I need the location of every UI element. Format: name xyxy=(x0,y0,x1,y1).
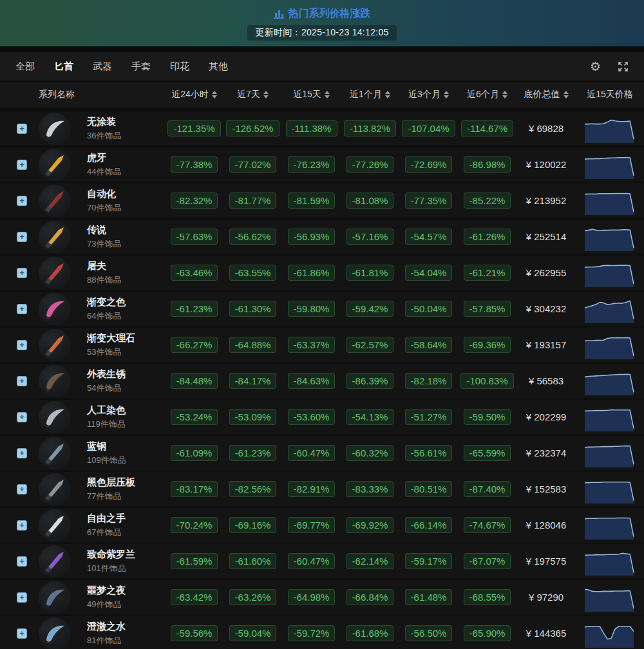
change-cell-3m: -72.69% xyxy=(399,156,458,173)
column-header-floor-total[interactable]: 底价总值 xyxy=(516,89,576,100)
change-cell-7d: -63.26% xyxy=(223,589,282,605)
expand-row-button[interactable]: + xyxy=(17,340,27,350)
expand-row-button[interactable]: + xyxy=(17,592,27,603)
column-header-3m[interactable]: 近3个月 xyxy=(399,89,458,100)
expand-row-button[interactable]: + xyxy=(17,160,27,170)
change-cell-6m: -65.59% xyxy=(458,445,516,461)
gear-icon[interactable]: ⚙ xyxy=(590,61,601,73)
thumbnail-cell xyxy=(39,581,81,614)
sort-arrows-icon[interactable] xyxy=(444,91,449,99)
change-cell-24h: -70.24% xyxy=(165,517,223,533)
price-sparkline xyxy=(583,547,635,576)
tab-gloves[interactable]: 手套 xyxy=(131,61,151,73)
expand-row-button[interactable]: + xyxy=(17,448,27,458)
tab-knives[interactable]: 匕首 xyxy=(54,61,73,73)
expand-cell: + xyxy=(17,592,39,603)
tab-others[interactable]: 其他 xyxy=(209,61,228,73)
change-pill: -77.38% xyxy=(171,156,218,173)
knife-image xyxy=(41,511,69,540)
fullscreen-icon[interactable] xyxy=(618,61,629,72)
change-cell-3m: -54.04% xyxy=(399,265,458,281)
table-row: +致命紫罗兰101件饰品-61.59%-61.60%-60.47%-62.14%… xyxy=(0,544,644,578)
expand-row-button[interactable]: + xyxy=(17,376,27,386)
column-header-6m[interactable]: 近6个月 xyxy=(458,89,516,100)
thumbnail-cell xyxy=(39,221,81,253)
sort-arrows-icon[interactable] xyxy=(212,91,217,99)
expand-row-button[interactable]: + xyxy=(17,124,27,134)
change-pill: -86.98% xyxy=(464,156,511,173)
series-thumbnail xyxy=(39,185,71,217)
series-name: 无涂装 xyxy=(87,116,165,128)
series-item-count: 119件饰品 xyxy=(87,419,165,430)
change-cell-6m: -68.55% xyxy=(458,589,516,605)
plus-icon: + xyxy=(19,557,24,565)
expand-row-button[interactable]: + xyxy=(17,484,27,494)
change-cell-7d: -56.62% xyxy=(223,229,282,245)
tab-stickers[interactable]: 印花 xyxy=(170,61,189,73)
change-cell-3m: -66.14% xyxy=(399,517,458,533)
change-pill: -63.46% xyxy=(171,265,218,281)
column-header-24h[interactable]: 近24小时 xyxy=(165,89,223,100)
plus-icon: + xyxy=(19,449,24,457)
knife-image xyxy=(41,439,69,467)
change-pill: -86.39% xyxy=(346,373,394,389)
change-pill: -70.24% xyxy=(171,517,218,533)
price-sparkline xyxy=(583,330,635,360)
series-info: 黑色层压板77件饰品 xyxy=(81,476,165,502)
expand-row-button[interactable]: + xyxy=(17,268,27,278)
column-header-15d[interactable]: 近15天 xyxy=(282,89,341,100)
floor-price-total: ¥ 262955 xyxy=(516,267,576,278)
tab-all[interactable]: 全部 xyxy=(15,61,35,73)
change-pill: -63.37% xyxy=(288,337,336,353)
sort-arrows-icon[interactable] xyxy=(502,91,507,99)
change-pill: -62.57% xyxy=(346,337,394,353)
column-header-1m[interactable]: 近1个月 xyxy=(341,89,399,100)
change-cell-15d: -59.72% xyxy=(282,625,341,641)
sort-arrows-icon[interactable] xyxy=(385,91,390,99)
expand-row-button[interactable]: + xyxy=(17,304,27,314)
change-pill: -57.85% xyxy=(464,301,511,317)
change-pill: -77.26% xyxy=(346,156,394,173)
table-row: +人工染色119件饰品-53.24%-53.09%-53.60%-54.13%-… xyxy=(0,400,644,434)
expand-cell: + xyxy=(17,376,39,386)
sort-arrows-icon[interactable] xyxy=(325,91,330,99)
change-pill: -100.83% xyxy=(460,373,513,389)
expand-row-button[interactable]: + xyxy=(17,412,27,422)
price-sparkline xyxy=(583,475,635,504)
change-pill: -83.17% xyxy=(171,481,218,497)
change-pill: -84.48% xyxy=(171,373,218,389)
tab-bar: 全部匕首武器手套印花其他 xyxy=(15,61,228,73)
change-pill: -58.64% xyxy=(405,337,453,353)
tab-weapons[interactable]: 武器 xyxy=(93,61,112,73)
series-item-count: 101件饰品 xyxy=(87,563,165,574)
series-info: 蓝钢109件饰品 xyxy=(81,440,165,466)
sort-arrows-icon[interactable] xyxy=(564,91,569,99)
expand-row-button[interactable]: + xyxy=(17,232,27,242)
change-pill: -113.82% xyxy=(344,120,396,136)
column-label: 底价总值 xyxy=(524,89,560,100)
change-cell-1m: -81.08% xyxy=(341,193,399,209)
column-header-7d[interactable]: 近7天 xyxy=(223,89,282,100)
expand-cell: + xyxy=(17,628,39,639)
price-sparkline xyxy=(583,186,635,216)
sparkline-cell xyxy=(576,583,644,612)
expand-cell: + xyxy=(17,232,39,242)
change-cell-1m: -59.42% xyxy=(341,301,399,317)
expand-row-button[interactable]: + xyxy=(17,196,27,206)
expand-cell: + xyxy=(17,268,39,278)
thumbnail-cell xyxy=(39,293,81,325)
expand-row-button[interactable]: + xyxy=(17,520,27,531)
series-name: 虎牙 xyxy=(87,152,165,164)
expand-row-button[interactable]: + xyxy=(17,628,27,639)
change-cell-6m: -85.22% xyxy=(458,193,516,209)
expand-row-button[interactable]: + xyxy=(17,556,27,567)
change-pill: -77.35% xyxy=(405,193,453,209)
change-cell-1m: -83.33% xyxy=(341,481,399,497)
change-pill: -84.17% xyxy=(229,373,277,389)
expand-cell: + xyxy=(17,160,39,170)
change-pill: -60.32% xyxy=(346,445,394,461)
knife-image xyxy=(41,115,69,143)
sort-arrows-icon[interactable] xyxy=(263,91,269,99)
change-cell-6m: -114.67% xyxy=(458,120,516,136)
change-cell-3m: -61.48% xyxy=(399,589,458,605)
